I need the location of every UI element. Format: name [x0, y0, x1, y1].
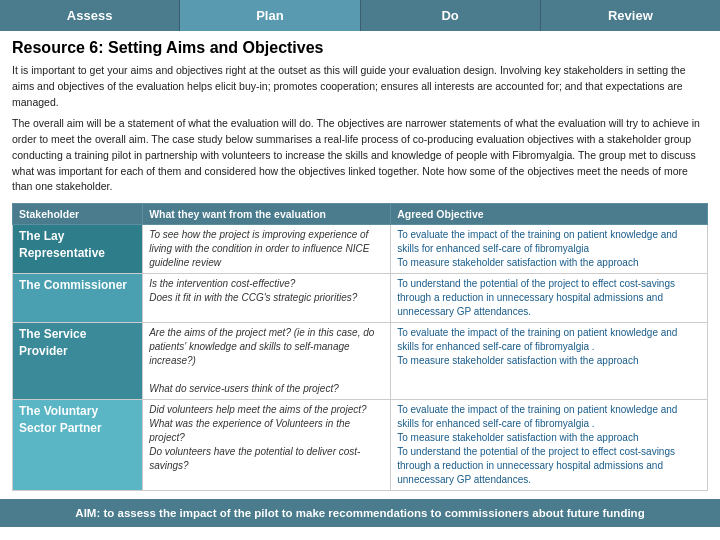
stakeholder-commissioner: The Commissioner: [13, 274, 143, 323]
objective-lay-representative: To evaluate the impact of the training o…: [391, 225, 708, 274]
want-service-provider: Are the aims of the project met? (ie in …: [143, 323, 391, 400]
table-row: The Lay Representative To see how the pr…: [13, 225, 708, 274]
main-content: Resource 6: Setting Aims and Objectives …: [0, 31, 720, 495]
body-paragraph: The overall aim will be a statement of w…: [12, 116, 708, 195]
col-header-stakeholder: Stakeholder: [13, 204, 143, 225]
nav-assess[interactable]: Assess: [0, 0, 180, 31]
table-row: The Service Provider Are the aims of the…: [13, 323, 708, 400]
nav-review[interactable]: Review: [541, 0, 720, 31]
table-row: The Commissioner Is the intervention cos…: [13, 274, 708, 323]
nav-bar: Assess Plan Do Review: [0, 0, 720, 31]
stakeholder-table: Stakeholder What they want from the eval…: [12, 203, 708, 491]
page-title: Resource 6: Setting Aims and Objectives: [12, 39, 708, 57]
stakeholder-service-provider: The Service Provider: [13, 323, 143, 400]
want-lay-representative: To see how the project is improving expe…: [143, 225, 391, 274]
nav-do[interactable]: Do: [361, 0, 541, 31]
stakeholder-lay-representative: The Lay Representative: [13, 225, 143, 274]
footer-aim: AIM: to assess the impact of the pilot t…: [0, 499, 720, 527]
want-commissioner: Is the intervention cost-effective? Does…: [143, 274, 391, 323]
want-voluntary-sector: Did volunteers help meet the aims of the…: [143, 400, 391, 491]
objective-voluntary-sector: To evaluate the impact of the training o…: [391, 400, 708, 491]
stakeholder-voluntary-sector: The Voluntary Sector Partner: [13, 400, 143, 491]
col-header-objective: Agreed Objective: [391, 204, 708, 225]
objective-commissioner: To understand the potential of the proje…: [391, 274, 708, 323]
nav-plan[interactable]: Plan: [180, 0, 360, 31]
intro-paragraph: It is important to get your aims and obj…: [12, 63, 708, 110]
table-row: The Voluntary Sector Partner Did volunte…: [13, 400, 708, 491]
objective-service-provider: To evaluate the impact of the training o…: [391, 323, 708, 400]
col-header-want: What they want from the evaluation: [143, 204, 391, 225]
